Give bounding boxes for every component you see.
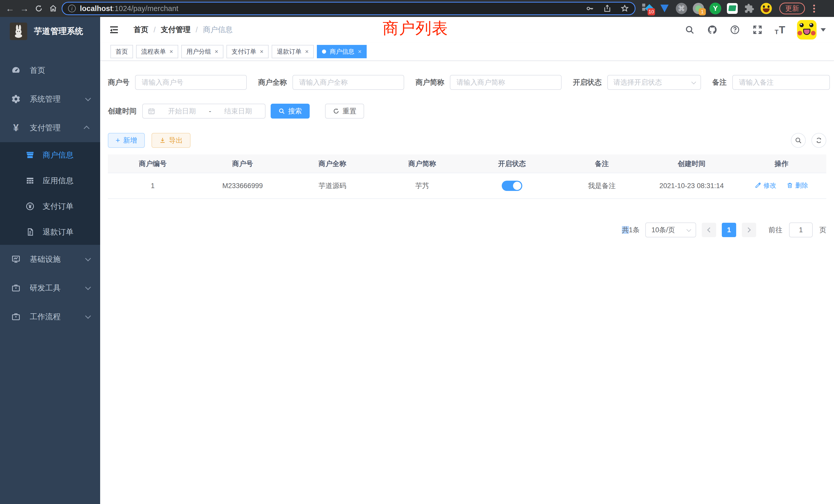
toggle-search-button[interactable] [791,133,806,148]
site-info-icon[interactable]: i [68,5,76,12]
prev-page-button[interactable] [702,223,716,237]
tab-close-icon[interactable]: × [358,48,361,55]
table-header-row: 商户编号 商户号 商户全称 商户简称 开启状态 备注 创建时间 操作 [108,155,826,173]
extension-gem-icon[interactable] [659,3,671,14]
sidebar-item-pay[interactable]: ¥ 支付管理 [0,113,100,142]
short-name-label: 商户简称 [415,77,444,87]
sidebar-logo[interactable]: 芋道管理系统 [0,17,100,46]
chevron-down-icon [85,256,91,261]
search-button[interactable]: 搜索 [271,104,310,118]
sidebar-item-refund-order[interactable]: 退款订单 [0,219,100,245]
font-size-icon[interactable]: TT [775,24,785,36]
home-icon [49,4,58,13]
refresh-table-button[interactable] [811,133,826,148]
create-time-range-picker[interactable]: 开始日期 - 结束日期 [142,104,265,118]
browser-reload-button[interactable] [33,3,45,14]
address-bar[interactable]: i localhost:1024/pay/merchant [62,2,636,15]
navbar-actions: TT [684,20,826,40]
filter-row-2: 创建时间 开始日期 - 结束日期 搜索 重置 [108,104,826,118]
browser-update-button[interactable]: 更新 [779,3,805,14]
pagination-total: 共1条 [622,225,640,234]
col-full-name: 商户全称 [288,155,377,173]
tab-pay-order[interactable]: 支付订单× [226,45,269,58]
sidebar-item-infrastructure[interactable]: 基础设施 [0,245,100,274]
page-size-value: 10条/页 [652,225,675,234]
tab-home[interactable]: 首页 [110,45,133,58]
chevron-down-icon [85,313,91,319]
sidebar-item-pay-order[interactable]: 支付订单 [0,193,100,219]
browser-home-button[interactable] [47,3,59,14]
status-toggle[interactable] [502,181,522,191]
breadcrumb-pay[interactable]: 支付管理 [161,25,191,35]
extension-tampermonkey-icon[interactable]: 10 [642,3,654,14]
merchant-no-input[interactable] [135,75,247,90]
tab-close-icon[interactable]: × [215,48,218,55]
header-search-icon[interactable] [684,24,695,35]
logo-image [10,23,27,40]
url-text: localhost:1024/pay/merchant [80,4,178,13]
dashboard-icon [11,65,21,75]
status-select[interactable]: 请选择开启状态 [607,75,701,90]
next-page-button[interactable] [742,223,756,237]
full-name-label: 商户全称 [258,77,287,87]
help-icon[interactable] [729,24,740,35]
breadcrumb-home[interactable]: 首页 [133,25,148,35]
sidebar-item-dev-tools[interactable]: 研发工具 [0,274,100,302]
top-navbar: 首页 / 支付管理 / 商户信息 TT [100,17,834,43]
sidebar-item-workflow[interactable]: 工作流程 [0,302,100,331]
github-icon[interactable] [707,24,718,35]
edit-button[interactable]: 修改 [755,181,776,190]
extension-y-icon[interactable]: Y [709,3,721,14]
tab-process-form[interactable]: 流程表单× [136,45,178,58]
tab-close-icon[interactable]: × [170,48,173,55]
user-menu[interactable] [797,20,826,40]
cell-merchant-no: M233666999 [198,173,288,199]
col-remark: 备注 [557,155,647,173]
short-name-input[interactable] [450,75,562,90]
reset-button[interactable]: 重置 [325,104,364,118]
sidebar-item-app-info[interactable]: 应用信息 [0,168,100,193]
sidebar-item-system[interactable]: 系统管理 [0,85,100,113]
tab-merchant-info[interactable]: 商户信息× [317,45,367,58]
tab-close-icon[interactable]: × [305,48,309,55]
sidebar-collapse-icon[interactable] [108,25,120,35]
merchant-table: 商户编号 商户号 商户全称 商户简称 开启状态 备注 创建时间 操作 1 M23… [108,155,826,199]
tab-user-group[interactable]: 用户分组× [181,45,223,58]
password-key-icon[interactable] [586,4,594,13]
col-status: 开启状态 [467,155,557,173]
fullscreen-icon[interactable] [752,24,763,35]
avatar[interactable] [797,20,816,40]
yen-icon: ¥ [11,123,21,133]
sidebar-item-merchant-info[interactable]: 商户信息 [0,142,100,168]
add-button[interactable]: + 新增 [108,133,145,148]
page-1-button[interactable]: 1 [722,223,736,237]
delete-button[interactable]: 删除 [787,181,808,190]
tab-close-icon[interactable]: × [260,48,263,55]
cell-short-name: 芋艿 [377,173,467,199]
app-title: 芋道管理系统 [34,26,83,37]
bookmark-star-icon[interactable] [620,4,629,13]
extension-emoji-icon[interactable] [760,3,772,14]
goto-page-input[interactable] [789,223,813,237]
extension-command-icon[interactable]: ⌘ [676,3,687,14]
share-icon[interactable] [603,4,612,13]
cell-full-name: 芋道源码 [288,173,377,199]
extensions-row: 10 ⌘ 1 Y [642,3,772,14]
sidebar-item-home[interactable]: 首页 [0,56,100,85]
page-size-select[interactable]: 10条/页 [645,223,696,237]
browser-forward-button[interactable]: → [19,3,30,14]
remark-input[interactable] [732,75,830,90]
extension-notes-icon[interactable] [726,3,738,14]
tab-refund-order[interactable]: 退款订单× [272,45,314,58]
extensions-puzzle-icon[interactable] [743,3,755,14]
extension-proxy-icon[interactable]: 1 [693,3,704,14]
browser-back-button[interactable]: ← [4,3,16,14]
date-separator: - [209,107,211,115]
breadcrumb: 首页 / 支付管理 / 商户信息 [133,25,233,35]
briefcase-icon [11,312,21,322]
browser-menu-icon[interactable] [812,3,816,14]
export-button[interactable]: 导出 [152,133,191,148]
sidebar-item-label: 退款订单 [43,227,73,237]
full-name-input[interactable] [292,75,404,90]
goto-label: 前往 [769,225,783,234]
